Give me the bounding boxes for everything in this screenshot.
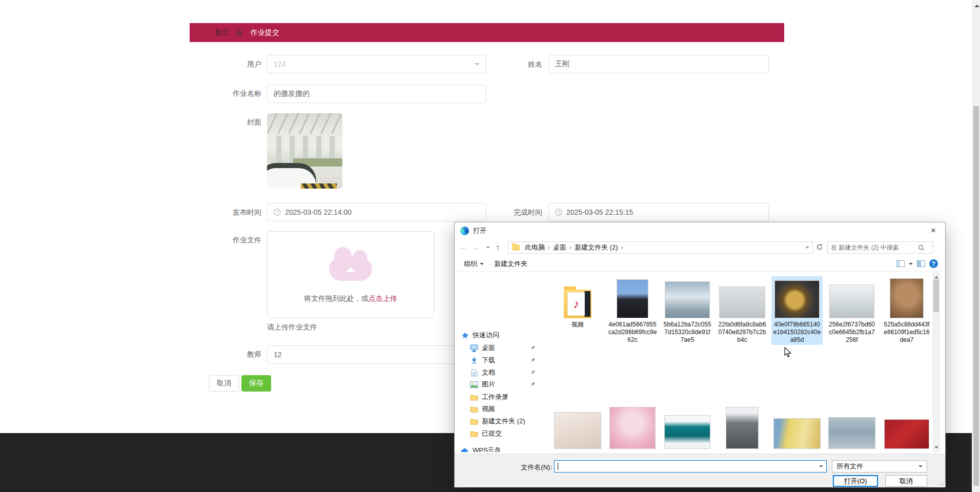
- sidebar-item[interactable]: 工作录屏: [455, 392, 542, 403]
- sidebar-item[interactable]: 快速访问: [455, 330, 542, 341]
- back-icon[interactable]: ←: [455, 243, 472, 252]
- file-item[interactable]: 962bd40735fae6cd7b89c6fd7de6182442a7d833…: [717, 407, 768, 452]
- chevron-down-icon: [480, 263, 484, 267]
- view-mode-chevron-icon[interactable]: [909, 263, 913, 267]
- publish-time-input[interactable]: 2025-03-05 22:14:00: [267, 203, 486, 221]
- dialog-scroll-up-icon[interactable]: [934, 274, 938, 278]
- refresh-icon[interactable]: [816, 243, 823, 252]
- address-crumb[interactable]: 新建文件夹 (2): [573, 243, 620, 251]
- edge-icon: [460, 227, 469, 235]
- crumb-separator-icon[interactable]: ›: [568, 244, 573, 251]
- file-item[interactable]: 5b6a12ba72c0557d15320c8de91f7ae5: [662, 276, 713, 345]
- help-icon[interactable]: ?: [929, 259, 938, 268]
- file-name: 454316e75233fb6992490290bc3b563f: [882, 452, 931, 452]
- title-label: 作业名称: [195, 88, 261, 98]
- file-item[interactable]: 525a5c88dd443fe86109f1ed5c16dea7: [881, 276, 932, 345]
- sidebar-item-label: 已提交: [482, 429, 502, 438]
- file-item[interactable]: 256e2f6737bd60c0e6645b2fb1a7256f: [826, 276, 877, 345]
- address-crumb[interactable]: 此电脑: [523, 243, 547, 251]
- file-item[interactable]: 4e061ad5667855ca2d286b69fcc9e62c: [607, 276, 658, 345]
- address-chevron-icon[interactable]: [805, 247, 809, 251]
- file-item[interactable]: 37390ae031c086f560028db4cce73e88: [826, 407, 877, 452]
- cover-image[interactable]: [267, 113, 342, 189]
- file-item[interactable]: 741D1A86B601825F7B39DE8EF0E2346F: [607, 407, 658, 452]
- sidebar-item[interactable]: WPS云盘: [455, 445, 542, 452]
- dialog-cancel-button[interactable]: 取消: [885, 475, 927, 487]
- dialog-scroll-down-icon[interactable]: [934, 446, 938, 450]
- sidebar-item[interactable]: 桌面: [455, 342, 542, 354]
- dialog-titlebar[interactable]: 打开: [455, 222, 945, 239]
- crumb-separator-icon[interactable]: ›: [547, 244, 551, 251]
- teacher-input-value: 12: [274, 351, 282, 359]
- address-crumb[interactable]: 桌面: [551, 243, 568, 251]
- cancel-button[interactable]: 取消: [209, 375, 239, 392]
- title-input-value: 的撒发撒的: [274, 89, 310, 98]
- file-item[interactable]: 454316e75233fb6992490290bc3b563f: [881, 407, 932, 452]
- history-chevron-icon[interactable]: [486, 247, 490, 251]
- file-name: 5b6a12ba72c0557d15320c8de91f7ae5: [663, 321, 712, 344]
- text-caret: [558, 463, 558, 470]
- organize-button[interactable]: 组织: [459, 259, 489, 269]
- search-box[interactable]: [827, 241, 933, 254]
- homework-file-label: 作业文件: [195, 235, 261, 245]
- user-select[interactable]: 123: [267, 55, 486, 73]
- file-item[interactable]: 22fa0d6fa8c8ab60740e8297b7c2bb4c: [717, 276, 768, 345]
- breadcrumb-bar: 首页 作业提交: [190, 23, 784, 42]
- crumb-separator-icon[interactable]: ›: [620, 244, 624, 251]
- address-bar[interactable]: 此电脑›桌面›新建文件夹 (2)›: [507, 241, 813, 254]
- scrollbar-up-arrow[interactable]: [974, 2, 979, 7]
- sidebar-item-icon: [461, 446, 469, 452]
- up-icon[interactable]: ↑: [491, 243, 504, 252]
- save-button[interactable]: 保存: [241, 375, 271, 392]
- sidebar-item[interactable]: 图片: [455, 379, 542, 390]
- teacher-input[interactable]: 12: [267, 345, 486, 364]
- filename-input[interactable]: [554, 460, 827, 473]
- finish-time-input[interactable]: 2025-03-05 22:15:15: [548, 203, 769, 221]
- finish-time-value: 2025-03-05 22:15:15: [566, 208, 633, 216]
- title-input[interactable]: 的撒发撒的: [267, 85, 486, 103]
- address-breadcrumbs: 此电脑›桌面›新建文件夹 (2)›: [523, 243, 624, 252]
- dialog-toolbar: 组织 新建文件夹 ?: [455, 256, 945, 272]
- sidebar-item-label: 下载: [482, 356, 495, 365]
- open-button[interactable]: 打开(O): [833, 475, 878, 487]
- file-name: 821c356c0f91873f997cae40c34005b9: [663, 452, 712, 452]
- filetype-select[interactable]: 所有文件: [832, 460, 927, 473]
- pin-icon: [530, 369, 536, 377]
- sidebar-item[interactable]: 下载: [455, 355, 542, 366]
- dialog-title: 打开: [473, 226, 486, 235]
- cover-label: 封面: [195, 117, 261, 127]
- file-name: 525a5c88dd443fe86109f1ed5c16dea7: [882, 321, 931, 344]
- name-input[interactable]: 王刚: [548, 55, 769, 73]
- sidebar-item[interactable]: 文档: [455, 367, 542, 378]
- finish-time-label: 完成时间: [477, 207, 542, 217]
- sidebar-item[interactable]: 已提交: [455, 428, 542, 439]
- publish-time-label: 发布时间: [195, 207, 261, 217]
- filename-chevron-icon[interactable]: [819, 465, 823, 469]
- dialog-scrollbar-thumb[interactable]: [933, 279, 939, 312]
- new-folder-button[interactable]: 新建文件夹: [489, 259, 533, 269]
- resize-grip[interactable]: [940, 482, 944, 486]
- upload-dropzone[interactable]: 将文件拖到此处，或点击上传: [267, 231, 434, 318]
- file-item[interactable]: 40e0f79b665140e1b4150282c40ea85d: [771, 276, 823, 345]
- forward-icon[interactable]: →: [472, 243, 485, 252]
- file-item[interactable]: 562b1b4f712347eb3974c5b43d55341a: [552, 407, 603, 452]
- file-item[interactable]: 821c356c0f91873f997cae40c34005b9: [662, 407, 713, 452]
- name-label: 姓名: [477, 59, 542, 69]
- screen: 首页 作业提交 用户 123 姓名 王刚 作业名称 的撒发撒的 封面 发布时间 …: [0, 0, 980, 492]
- view-mode-icon[interactable]: [896, 260, 905, 267]
- sidebar-item[interactable]: 新建文件夹 (2): [455, 416, 542, 427]
- upload-cloud-icon: [329, 257, 372, 281]
- preview-pane-icon[interactable]: [917, 260, 925, 267]
- dialog-navbar: ← → ↑ 此电脑›桌面›新建文件夹 (2)›: [455, 240, 945, 255]
- close-icon[interactable]: ×: [922, 222, 945, 239]
- sidebar-item[interactable]: 视频: [455, 403, 542, 415]
- cover-image-detail: [301, 183, 337, 189]
- file-item[interactable]: ♪ 视频: [552, 276, 603, 345]
- file-item[interactable]: 04384e379852e284219483df61e85d0c: [771, 407, 823, 452]
- breadcrumb-home[interactable]: 首页: [214, 28, 229, 37]
- clock-icon: [274, 209, 281, 216]
- sidebar-item-icon: [461, 331, 469, 339]
- click-upload-link[interactable]: 点击上传: [369, 294, 397, 302]
- search-input[interactable]: [831, 244, 918, 251]
- browser-scrollbar-thumb[interactable]: [973, 106, 979, 486]
